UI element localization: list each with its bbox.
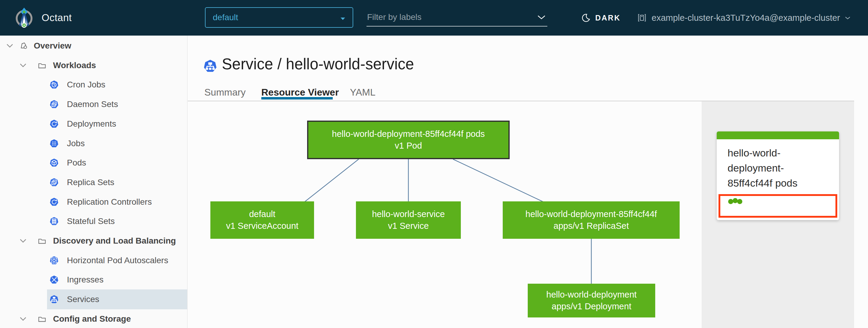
chevron-down-icon[interactable]	[6, 44, 13, 48]
label-filter	[367, 8, 547, 27]
sidebar-item-label: Replication Controllers	[67, 197, 152, 207]
host-icon	[637, 13, 647, 23]
graph-node-label: apps/v1 ReplicaSet	[554, 220, 629, 232]
graph-node-label: hello-world-deployment-85ff4cf44f pods	[332, 128, 485, 140]
pod-status-section[interactable]	[718, 194, 837, 218]
pod-status-dot	[737, 199, 742, 204]
service-icon	[203, 59, 217, 73]
statefulset-icon	[50, 217, 59, 226]
page-title: Service / hello-world-service	[222, 55, 414, 73]
graph-node-label: hello-world-service	[372, 208, 445, 220]
job-icon	[50, 139, 59, 148]
selected-resource-card[interactable]: hello-world-deployment-85ff4cf44f pods	[717, 131, 839, 220]
graph-node-service[interactable]: hello-world-servicev1 Service	[356, 201, 461, 239]
card-status-strip	[717, 131, 839, 139]
theme-toggle-label: DARK	[595, 13, 621, 22]
sidebar-item-deployments[interactable]: Deployments	[0, 115, 187, 133]
sidebar-item-label: Overview	[34, 41, 71, 51]
folder-icon	[37, 61, 47, 70]
deployment-icon	[50, 119, 59, 128]
sidebar-item-services[interactable]: Services	[0, 290, 187, 309]
caret-down-icon	[340, 13, 345, 22]
sidebar-item-label: Jobs	[67, 139, 85, 148]
chevron-down-icon[interactable]	[19, 239, 27, 243]
folder-icon	[37, 236, 47, 246]
sidebar-item-config-and-storage[interactable]: Config and Storage	[0, 309, 187, 328]
daemonset-icon	[50, 100, 59, 109]
sidebar-item-daemon-sets[interactable]: Daemon Sets	[0, 95, 187, 114]
pod-icon	[50, 158, 59, 168]
sidebar-item-ingresses[interactable]: Ingresses	[0, 270, 187, 289]
graph-node-label: hello-world-deployment	[547, 289, 637, 301]
sidebar-item-cron-jobs[interactable]: Cron Jobs	[0, 76, 187, 94]
cluster-selector-label: example-cluster-ka3TuTzYo4a@example-clus…	[652, 13, 840, 23]
sidebar-item-label: Cron Jobs	[67, 80, 105, 90]
chevron-down-icon[interactable]	[537, 15, 546, 20]
chevron-down-icon	[845, 16, 850, 20]
theme-toggle-button[interactable]: DARK	[581, 0, 621, 36]
sidebar-item-label: Config and Storage	[53, 314, 131, 324]
octant-logo-icon	[13, 6, 36, 29]
card-title: hello-world-deployment-85ff4cf44f pods	[727, 145, 822, 190]
active-tab-underline	[261, 97, 333, 99]
graph-node-replicaset[interactable]: hello-world-deployment-85ff4cf44fapps/v1…	[503, 201, 680, 239]
chevron-down-icon[interactable]	[19, 317, 27, 321]
applications-icon	[19, 41, 29, 51]
sidebar-item-replication-controllers[interactable]: Replication Controllers	[0, 192, 187, 211]
sidebar-item-label: Workloads	[53, 61, 96, 70]
sidebar-item-label: Discovery and Load Balancing	[53, 236, 176, 246]
label-filter-input[interactable]	[367, 12, 537, 22]
app-title: Octant	[41, 0, 72, 36]
sidebar-item-label: Daemon Sets	[67, 99, 118, 109]
folder-icon	[37, 314, 47, 324]
octant-app: Octant default DARK	[0, 0, 868, 328]
pod-status-dots	[728, 199, 835, 204]
namespace-dropdown-value: default	[213, 13, 238, 22]
sidebar-item-label: Deployments	[67, 119, 116, 129]
sidebar-item-stateful-sets[interactable]: Stateful Sets	[0, 212, 187, 231]
graph-node-label: v1 Service	[388, 220, 429, 232]
sidebar-item-label: Ingresses	[67, 275, 103, 285]
graph-node-pods[interactable]: hello-world-deployment-85ff4cf44f podsv1…	[307, 121, 510, 159]
graph-node-label: default	[249, 208, 275, 220]
sidebar-item-workloads[interactable]: Workloads	[0, 56, 187, 75]
sidebar-nav: OverviewWorkloadsCron JobsDaemon SetsDep…	[0, 36, 187, 328]
sidebar-item-overview[interactable]: Overview	[0, 36, 187, 55]
graph-node-deployment[interactable]: hello-world-deploymentapps/v1 Deployment	[528, 284, 655, 318]
detail-panel: hello-world-deployment-85ff4cf44f pods	[702, 101, 854, 328]
sidebar-item-label: Stateful Sets	[67, 216, 115, 226]
sidebar-item-pods[interactable]: Pods	[0, 153, 187, 172]
cluster-selector[interactable]: example-cluster-ka3TuTzYo4a@example-clus…	[637, 0, 850, 36]
replicaset-icon	[50, 178, 59, 187]
namespace-dropdown[interactable]: default	[205, 7, 353, 28]
sidebar-item-horizontal-pod-autoscalers[interactable]: Horizontal Pod Autoscalers	[0, 251, 187, 270]
tab-summary[interactable]: Summary	[204, 86, 246, 99]
sidebar-item-jobs[interactable]: Jobs	[0, 134, 187, 153]
graph-node-label: hello-world-deployment-85ff4cf44f	[525, 208, 657, 220]
sidebar-item-replica-sets[interactable]: Replica Sets	[0, 173, 187, 192]
graph-node-label: v1 ServiceAccount	[226, 220, 299, 232]
pod-status-dot	[733, 198, 738, 203]
replicationcontroller-icon	[50, 197, 59, 207]
sidebar-item-label: Replica Sets	[67, 178, 114, 187]
sidebar-item-label: Horizontal Pod Autoscalers	[67, 256, 168, 265]
sidebar-item-label: Services	[67, 295, 99, 304]
tab-yaml[interactable]: YAML	[350, 86, 375, 99]
cronjob-icon	[50, 80, 59, 90]
sidebar-item-discovery-and-load-balancing[interactable]: Discovery and Load Balancing	[0, 232, 187, 250]
moon-icon	[581, 13, 590, 23]
sidebar-item-label: Pods	[67, 158, 86, 168]
graph-node-label: v1 Pod	[395, 140, 422, 152]
service-icon	[50, 295, 59, 304]
ingress-icon	[50, 275, 59, 285]
chevron-down-icon[interactable]	[19, 63, 27, 67]
topbar: Octant default DARK	[0, 0, 868, 36]
graph-node-label: apps/v1 Deployment	[552, 301, 631, 312]
graph-node-serviceaccount[interactable]: defaultv1 ServiceAccount	[210, 201, 314, 239]
hpa-icon	[50, 256, 59, 265]
